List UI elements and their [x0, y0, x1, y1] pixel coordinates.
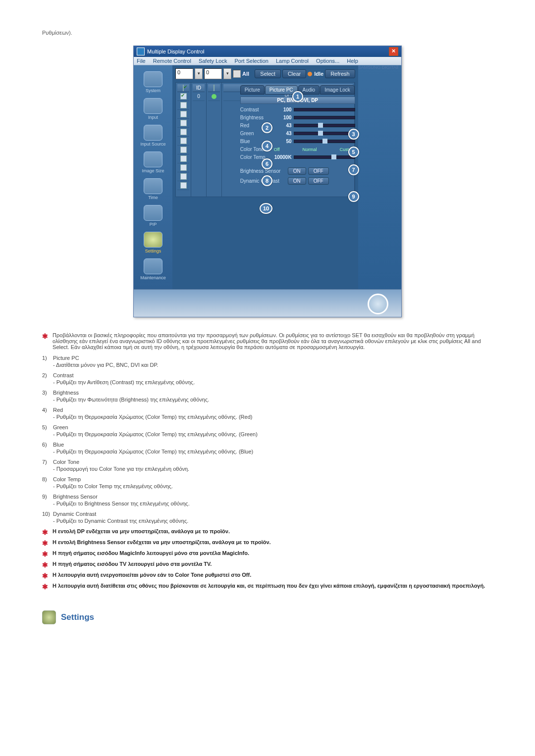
all-label: All — [242, 71, 249, 77]
menu-lamp[interactable]: Lamp Control — [276, 58, 309, 64]
menu-safety[interactable]: Safety Lock — [199, 58, 227, 64]
bsensor-off-button[interactable]: OFF — [308, 167, 329, 175]
sidebar-item-maintenance[interactable]: Maintenance — [136, 258, 170, 280]
sidebar-item-settings[interactable]: Settings — [136, 232, 170, 253]
menu-help[interactable]: Help — [347, 58, 358, 64]
items-list: 1)Picture PC- Διατίθεται μόνον για PC, B… — [42, 355, 493, 524]
callout-8: 8 — [262, 175, 272, 186]
menu-file[interactable]: File — [137, 58, 146, 64]
red-slider[interactable] — [294, 124, 355, 127]
callout-7: 7 — [348, 164, 359, 175]
notes-list: ✱ Η εντολή DP ενδέχεται να μην υποστηρίζ… — [42, 528, 493, 591]
green-slider[interactable] — [294, 132, 355, 135]
all-checkbox[interactable] — [233, 70, 241, 78]
colortemp-slider[interactable] — [294, 155, 355, 159]
menu-options[interactable]: Options... — [316, 58, 339, 64]
intro-paragraph: Προβάλλονται οι βασικές πληροφορίες που … — [53, 332, 492, 350]
callout-1: 1 — [292, 91, 303, 102]
menu-remote[interactable]: Remote Control — [153, 58, 191, 64]
callout-10: 10 — [260, 203, 272, 214]
intro-text: Ρυθμίσεων). — [42, 30, 493, 36]
row-status-dot — [212, 94, 216, 99]
contrast-slider[interactable] — [294, 108, 355, 111]
brightness-slider[interactable] — [294, 116, 355, 119]
select-button[interactable]: Select — [255, 69, 281, 78]
app-icon — [137, 48, 145, 55]
refresh-button[interactable]: Refresh — [325, 69, 355, 78]
sidebar-item-inputsource[interactable]: Input Source — [136, 125, 170, 147]
app-window: Multiple Display Control × File Remote C… — [133, 46, 402, 317]
row-check[interactable] — [180, 93, 187, 100]
sidebar-item-imagesize[interactable]: Image Size — [136, 151, 170, 173]
brand-label: SAMSUNG DIGITAll — [358, 65, 398, 70]
sidebar-item-system[interactable]: System — [136, 71, 170, 93]
row-id: 0 — [193, 92, 205, 101]
id-from-input[interactable]: 0 — [175, 68, 193, 79]
id-from-dd[interactable]: ▾ — [195, 68, 203, 79]
sidebar-item-pip[interactable]: PIP — [136, 205, 170, 227]
close-icon[interactable]: × — [389, 47, 398, 56]
menu-bar: File Remote Control Safety Lock Port Sel… — [134, 57, 401, 65]
callout-5: 5 — [348, 147, 359, 157]
col-check-header[interactable] — [183, 85, 184, 91]
sidebar-item-input[interactable]: Input — [136, 98, 170, 120]
app-footer — [134, 289, 401, 317]
settings-section-icon — [42, 610, 56, 624]
sidebar: System Input Input Source Image Size Tim… — [134, 65, 172, 289]
star-icon: ✱ — [42, 332, 48, 340]
menu-port[interactable]: Port Selection — [234, 58, 268, 64]
callout-4: 4 — [262, 141, 272, 151]
bsensor-on-button[interactable]: ON — [288, 167, 306, 175]
section-heading: Settings — [61, 612, 94, 622]
dcontrast-off-button[interactable]: OFF — [308, 177, 329, 185]
col-id-header: ID — [193, 84, 205, 92]
id-to-input[interactable]: 0 — [204, 68, 222, 79]
callout-6: 6 — [262, 158, 272, 169]
id-to-dd[interactable]: ▾ — [223, 68, 231, 79]
sidebar-item-time[interactable]: Time — [136, 178, 170, 200]
tab-picture[interactable]: Picture — [240, 85, 265, 95]
clear-button[interactable]: Clear — [282, 69, 306, 78]
col-status-header — [214, 85, 214, 91]
window-title: Multiple Display Control — [147, 49, 205, 54]
status-idle: Idle — [308, 71, 323, 77]
callout-3: 3 — [348, 129, 359, 140]
power-icon[interactable] — [368, 294, 388, 314]
blue-slider[interactable] — [294, 140, 355, 143]
dcontrast-on-button[interactable]: ON — [288, 177, 306, 185]
callout-2: 2 — [262, 122, 272, 133]
callout-9: 9 — [348, 191, 359, 202]
tab-imagelock[interactable]: Image Lock — [320, 85, 355, 95]
